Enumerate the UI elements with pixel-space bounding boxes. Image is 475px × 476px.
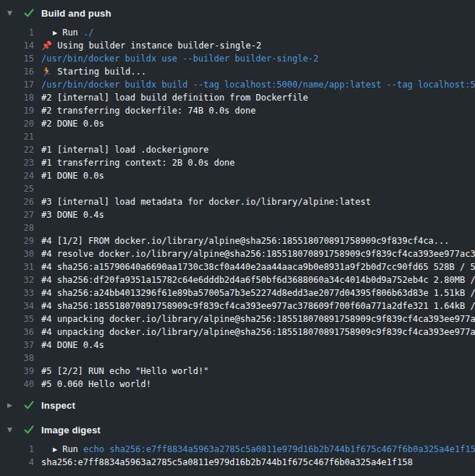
line-content: #4 sha256:a24bb4013296f61e89ba57005a7b3e… [41,286,475,299]
line-content: #4 unpacking docker.io/library/alpine@sh… [41,313,475,326]
log-text: #4 unpacking docker.io/library/alpine@sh… [41,314,475,324]
line-number[interactable]: 25 [0,182,34,195]
check-icon [23,424,35,435]
expand-arrow-icon[interactable]: ▶ [53,446,57,453]
log-line: 14📌 Using builder instance builder-singl… [0,39,475,52]
log-line: 24#1 DONE 0.0s [0,169,475,182]
log-line: 26#3 [internal] load metadata for docker… [0,195,475,208]
pushpin-icon: 📌 [41,41,57,51]
line-number[interactable]: 24 [0,169,34,182]
line-content [41,182,475,195]
log-text: Starting build... [57,67,146,77]
line-number[interactable]: 31 [0,260,34,273]
log-line: 40#5 0.060 Hello world! [0,378,475,391]
log-line: 38 [0,352,475,365]
run-label: Run [62,444,83,454]
line-content: #2 transferring dockerfile: 74B 0.0s don… [41,104,475,117]
log-body: 1▶Run ./14📌 Using builder instance build… [0,26,475,391]
line-number[interactable]: 17 [0,78,34,91]
log-text: #5 0.060 Hello world! [41,379,151,389]
line-number[interactable]: 22 [0,143,34,156]
line-number[interactable]: 19 [0,104,34,117]
log-line: 32#4 sha256:df20fa9351a15782c64e6dddb2d4… [0,273,475,286]
log-text: #1 transferring context: 2B 0.0s done [41,158,235,168]
line-number[interactable]: 38 [0,352,34,365]
line-number[interactable]: 16 [0,65,34,78]
line-number[interactable]: 35 [0,313,34,326]
log-text: #1 [internal] load .dockerignore [41,145,209,155]
chevron-right-icon[interactable]: ▶ [7,395,23,415]
line-number[interactable]: 14 [0,39,34,52]
log-text: #2 DONE 0.0s [41,119,104,129]
line-number[interactable]: 27 [0,208,34,221]
line-number[interactable]: 4 [0,456,34,469]
log-line: 27#3 DONE 0.4s [0,208,475,221]
log-line: 33#4 sha256:a24bb4013296f61e89ba57005a7b… [0,286,475,299]
section-header-build-and-push[interactable]: ▼Build and push [0,3,475,23]
log-line: 17/usr/bin/docker buildx build --tag loc… [0,78,475,91]
log-line: 35#4 unpacking docker.io/library/alpine@… [0,313,475,326]
log-line: 15/usr/bin/docker buildx use --builder b… [0,52,475,65]
section-header-inspect[interactable]: ▶Inspect [0,395,475,415]
line-number[interactable]: 30 [0,247,34,260]
log-line: 1▶Run ./ [0,26,475,39]
check-icon [23,399,35,411]
log-line: 20#2 DONE 0.0s [0,117,475,130]
line-content: #4 sha256:a15790640a6690aa1730c38cf0a440… [41,260,475,273]
runner-icon: 🏃 [41,67,57,77]
line-content: #2 DONE 0.0s [41,117,475,130]
line-number[interactable]: 18 [0,91,34,104]
line-content [41,221,475,234]
line-content: #3 DONE 0.4s [41,208,475,221]
line-content: /usr/bin/docker buildx use --builder bui… [41,52,475,65]
line-content: #2 [internal] load build definition from… [41,91,475,104]
expand-arrow-icon[interactable]: ▶ [53,30,57,36]
chevron-down-icon[interactable]: ▼ [7,3,23,23]
line-number[interactable]: 29 [0,234,34,247]
log-text: #4 resolve docker.io/library/alpine@sha2… [41,249,475,259]
log-line: 19#2 transferring dockerfile: 74B 0.0s d… [0,104,475,117]
log-text: #4 DONE 0.4s [41,340,104,350]
log-text: sha256:e7ff8834a5963a2785c5a0811e979d16b… [41,457,413,467]
log-line: 23#1 transferring context: 2B 0.0s done [0,156,475,169]
line-number[interactable]: 37 [0,339,34,352]
line-number[interactable]: 1 [0,26,34,39]
line-content: #4 sha256:185518070891758909c9f839cf4ca3… [41,299,475,313]
line-number[interactable]: 39 [0,365,34,378]
line-content: #1 transferring context: 2B 0.0s done [41,156,475,169]
line-number[interactable]: 34 [0,299,34,313]
line-number[interactable]: 20 [0,117,34,130]
run-label: Run [62,27,83,38]
check-icon [23,7,35,19]
section-header-image-digest[interactable]: ▼Image digest [0,420,475,440]
log-text: #1 DONE 0.0s [41,171,104,181]
line-number[interactable]: 40 [0,378,34,391]
log-text: #4 unpacking docker.io/library/alpine@sh… [41,327,475,337]
log-text: Using builder instance builder-single-2 [57,41,261,51]
line-number[interactable]: 21 [0,130,34,143]
log-line: 39#5 [2/2] RUN echo "Hello world!" [0,365,475,378]
line-content: #1 [internal] load .dockerignore [41,143,475,156]
line-number[interactable]: 23 [0,156,34,169]
log-section-build-and-push: ▼Build and push1▶Run ./14📌 Using builder… [0,3,475,391]
log-line: 28 [0,221,475,234]
line-number[interactable]: 28 [0,221,34,234]
line-content [41,130,475,143]
section-title: Image digest [41,425,101,435]
line-number[interactable]: 15 [0,52,34,65]
log-text: #4 sha256:df20fa9351a15782c64e6dddb2d4a6… [41,275,475,285]
line-number[interactable]: 36 [0,326,34,339]
log-text: #3 [internal] load metadata for docker.i… [41,197,371,207]
command-text: echo sha256:e7ff8834a5963a2785c5a0811e97… [83,444,475,454]
log-text: #2 transferring dockerfile: 74B 0.0s don… [41,106,256,116]
chevron-down-icon[interactable]: ▼ [7,420,23,440]
log-body: 1▶Run echo sha256:e7ff8834a5963a2785c5a0… [0,443,475,469]
line-number[interactable]: 26 [0,195,34,208]
line-content: ▶Run echo sha256:e7ff8834a5963a2785c5a08… [41,443,475,456]
line-number[interactable]: 1 [0,443,34,456]
log-text: #4 sha256:a24bb4013296f61e89ba57005a7b3e… [41,288,475,298]
line-number[interactable]: 32 [0,273,34,286]
log-line: 34#4 sha256:185518070891758909c9f839cf4c… [0,299,475,313]
line-number[interactable]: 33 [0,286,34,299]
line-content: #4 resolve docker.io/library/alpine@sha2… [41,247,475,260]
